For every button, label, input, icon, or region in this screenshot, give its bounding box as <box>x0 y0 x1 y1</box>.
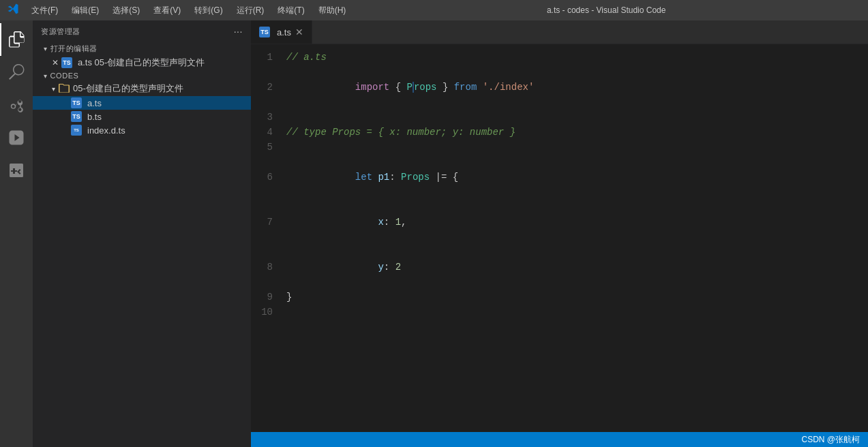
window-title: a.ts - codes - Visual Studio Code <box>351 5 861 15</box>
colon2: : <box>384 217 395 228</box>
line-content-1: // a.ts <box>286 50 327 65</box>
open-editor-filename: a.ts 05-创建自己的类型声明文件 <box>78 57 205 69</box>
line-content-10 <box>286 305 292 320</box>
code-line-10: 10 <box>251 305 868 320</box>
line-content-5 <box>286 140 292 155</box>
line-number-9: 9 <box>251 290 286 305</box>
code-line-2: 2 import { Props } from './index' <box>251 65 868 110</box>
keyword-let: let <box>355 172 372 183</box>
indent <box>355 217 378 228</box>
status-credit: CSDN @张航柯 <box>801 434 860 446</box>
line-number-4: 4 <box>251 125 286 140</box>
line-content-2: import { Props } from './index' <box>286 65 534 110</box>
open-editor-item[interactable]: ✕ TS a.ts 05-创建自己的类型声明文件 <box>33 55 251 70</box>
num-2: 2 <box>395 262 401 273</box>
editor-content[interactable]: 1 // a.ts 2 import { Props } from './ind… <box>251 44 868 432</box>
open-editors-section[interactable]: ▾ 打开的编辑器 <box>33 42 251 55</box>
tab-bar: TS a.ts ✕ <box>251 20 868 44</box>
space <box>477 82 482 93</box>
folder-item[interactable]: ▾ 05-创建自己的类型声明文件 <box>33 81 251 96</box>
line-content-3 <box>286 110 292 125</box>
activity-run-debug[interactable] <box>0 121 33 154</box>
colon: : <box>389 172 401 183</box>
activity-search[interactable] <box>0 56 33 89</box>
workspace-label: CODES <box>50 72 79 80</box>
activity-source-control[interactable] <box>0 89 33 121</box>
code-line-4: 4 // type Props = { x: number; y: number… <box>251 125 868 140</box>
open-editors-label: 打开的编辑器 <box>50 44 98 54</box>
menu-goto[interactable]: 转到(G) <box>189 3 228 18</box>
filename-index-dts: index.d.ts <box>87 125 125 136</box>
code-line-7: 7 x: 1, <box>251 200 868 245</box>
sidebar: 资源管理器 ··· ▾ 打开的编辑器 ✕ TS a.ts 05-创建自己的类型声… <box>33 20 251 447</box>
code-line-3: 3 <box>251 110 868 125</box>
menu-terminal[interactable]: 终端(T) <box>272 3 310 18</box>
ts-file-icon: TS <box>71 111 82 122</box>
filename-b-ts: b.ts <box>87 112 102 122</box>
titlebar: 文件(F) 编辑(E) 选择(S) 查看(V) 转到(G) 运行(R) 终端(T… <box>0 0 868 20</box>
folder-name: 05-创建自己的类型声明文件 <box>73 82 183 95</box>
punctuation: { <box>389 82 406 93</box>
type-props2: rops <box>414 82 437 93</box>
type-props: P <box>406 82 412 93</box>
filename-a-ts: a.ts <box>87 98 102 108</box>
indent2 <box>355 262 378 273</box>
colon3: : <box>384 262 395 273</box>
menu-help[interactable]: 帮助(H) <box>313 3 352 18</box>
num-1: 1 <box>395 217 401 228</box>
editor-area: TS a.ts ✕ 1 // a.ts 2 import { Props } f… <box>251 20 868 447</box>
menu-bar[interactable]: 文件(F) 编辑(E) 选择(S) 查看(V) 转到(G) 运行(R) 终端(T… <box>26 3 351 18</box>
code-lines: 1 // a.ts 2 import { Props } from './ind… <box>251 50 868 320</box>
ts-file-icon: TS <box>61 57 72 68</box>
menu-run[interactable]: 运行(R) <box>231 3 270 18</box>
tab-close-button[interactable]: ✕ <box>295 27 303 37</box>
close-icon[interactable]: ✕ <box>52 58 59 67</box>
string-index: './index' <box>483 82 535 93</box>
line-number-1: 1 <box>251 50 286 65</box>
sidebar-title: 资源管理器 <box>41 27 80 37</box>
chevron-down-icon: ▾ <box>44 72 48 80</box>
workspace-section[interactable]: ▾ CODES <box>33 70 251 81</box>
type-props3: Props <box>401 172 430 183</box>
code-line-6: 6 let p1: Props |= { <box>251 155 868 200</box>
prop-x: x <box>378 217 383 228</box>
status-bar: CSDN @张航柯 <box>251 432 868 447</box>
code-line-9: 9 } <box>251 290 868 305</box>
tab-filename: a.ts <box>277 27 291 37</box>
dts-file-icon: TS <box>71 125 82 136</box>
prop-y: y <box>378 262 383 273</box>
punctuation2: } <box>436 82 453 93</box>
code-line-8: 8 y: 2 <box>251 245 868 290</box>
ts-file-icon: TS <box>71 97 82 108</box>
activity-explorer[interactable] <box>0 23 33 56</box>
vscode-icon <box>7 3 19 18</box>
line-number-3: 3 <box>251 110 286 125</box>
line-number-8: 8 <box>251 260 286 275</box>
menu-select[interactable]: 选择(S) <box>107 3 145 18</box>
menu-view[interactable]: 查看(V) <box>148 3 186 18</box>
line-content-9: } <box>286 290 292 305</box>
explorer-tree: ▾ 打开的编辑器 ✕ TS a.ts 05-创建自己的类型声明文件 ▾ CODE… <box>33 42 251 447</box>
activity-extensions[interactable] <box>0 154 33 187</box>
var-p1: p1 <box>378 172 389 183</box>
code-line-1: 1 // a.ts <box>251 50 868 65</box>
file-item-b-ts[interactable]: TS b.ts <box>33 110 251 123</box>
file-item-a-ts[interactable]: TS a.ts <box>33 96 251 110</box>
ts-tab-icon: TS <box>259 27 270 37</box>
sidebar-more-button[interactable]: ··· <box>234 26 243 37</box>
line-content-6: let p1: Props |= { <box>286 155 458 200</box>
line-number-6: 6 <box>251 170 286 185</box>
line-content-4: // type Props = { x: number; y: number } <box>286 125 515 140</box>
line-number-10: 10 <box>251 305 286 320</box>
code-line-5: 5 <box>251 140 868 155</box>
menu-file[interactable]: 文件(F) <box>26 3 63 18</box>
comma: , <box>401 217 406 228</box>
keyword-from: from <box>454 82 477 93</box>
line-number-2: 2 <box>251 80 286 95</box>
activity-bar <box>0 20 33 447</box>
file-item-index-dts[interactable]: TS index.d.ts <box>33 123 251 137</box>
tab-a-ts[interactable]: TS a.ts ✕ <box>251 20 312 44</box>
menu-edit[interactable]: 编辑(E) <box>66 3 104 18</box>
folder-icon <box>58 82 70 95</box>
keyword-import: import <box>355 82 389 93</box>
